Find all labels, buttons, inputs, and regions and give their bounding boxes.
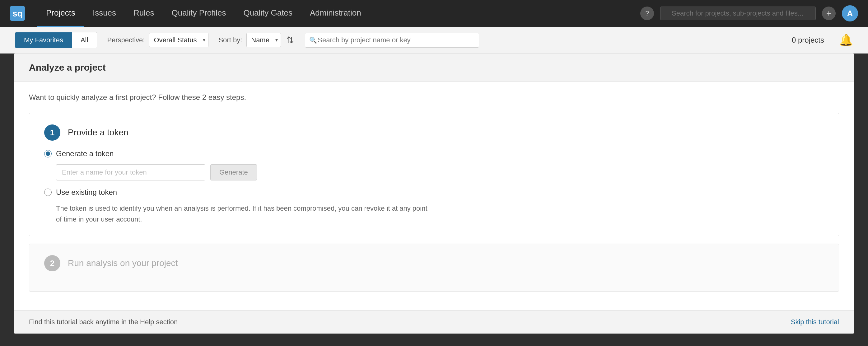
project-search-input[interactable] [305, 33, 479, 48]
subheader: My Favorites All Perspective: Overall St… [0, 27, 868, 54]
skip-tutorial-link[interactable]: Skip this tutorial [791, 318, 839, 326]
logo-area: sq [10, 6, 25, 21]
token-name-input[interactable] [56, 164, 205, 181]
project-search-icon: 🔍 [309, 36, 317, 44]
sort-select-wrap: Name ▾ [246, 33, 281, 47]
step1-title: Provide a token [68, 128, 128, 137]
modal-overlay: Analyze a project Want to quickly analyz… [0, 54, 868, 346]
perspective-select[interactable]: Overall Status [149, 33, 209, 47]
my-favorites-toggle[interactable]: My Favorites [15, 32, 72, 48]
view-toggle-group: My Favorites All [15, 32, 97, 48]
generate-token-radio[interactable] [44, 150, 52, 157]
step2-header: 2 Run analysis on your project [44, 255, 824, 271]
footer-help-text: Find this tutorial back anytime in the H… [29, 318, 178, 326]
modal-body: Want to quickly analyze a first project?… [14, 82, 854, 310]
analyze-project-modal: Analyze a project Want to quickly analyz… [14, 54, 854, 334]
nav-item-rules[interactable]: Rules [125, 0, 163, 27]
generate-button[interactable]: Generate [210, 164, 257, 181]
perspective-group: Perspective: Overall Status ▾ [107, 33, 209, 47]
step2-title: Run analysis on your project [68, 258, 178, 268]
global-search-wrap: 🔍 [660, 6, 816, 20]
token-input-row: Generate [56, 164, 824, 181]
nav-items: Projects Issues Rules Quality Profiles Q… [37, 0, 640, 27]
generate-token-option[interactable]: Generate a token [44, 149, 824, 158]
global-search-input[interactable] [660, 6, 816, 20]
modal-intro-text: Want to quickly analyze a first project?… [29, 93, 839, 102]
perspective-label: Perspective: [107, 36, 145, 44]
notification-icon: 🔔 [839, 34, 853, 47]
main-area: Analyze a project Want to quickly analyz… [0, 54, 868, 346]
projects-count: 0 projects [792, 36, 824, 44]
svg-text:sq: sq [12, 9, 23, 18]
generate-token-label: Generate a token [56, 149, 114, 158]
nav-item-quality-gates[interactable]: Quality Gates [235, 0, 301, 27]
existing-token-option[interactable]: Use existing token [44, 188, 824, 197]
nav-item-issues[interactable]: Issues [84, 0, 125, 27]
sort-select[interactable]: Name [246, 33, 281, 47]
step1-card: 1 Provide a token Generate a token Gener… [29, 113, 839, 236]
nav-right: ? 🔍 + A [640, 5, 858, 22]
top-navigation: sq Projects Issues Rules Quality Profile… [0, 0, 868, 27]
step1-header: 1 Provide a token [44, 124, 824, 140]
modal-title: Analyze a project [29, 62, 839, 73]
perspective-select-wrap: Overall Status ▾ [149, 33, 209, 47]
sonarqube-logo: sq [10, 6, 25, 21]
project-search-wrap: 🔍 [305, 33, 479, 48]
nav-item-quality-profiles[interactable]: Quality Profiles [163, 0, 235, 27]
modal-footer: Find this tutorial back anytime in the H… [14, 310, 854, 334]
add-button[interactable]: + [822, 6, 836, 20]
existing-token-label: Use existing token [56, 188, 117, 197]
modal-header: Analyze a project [14, 54, 854, 82]
step2-number: 2 [44, 255, 60, 271]
existing-token-radio[interactable] [44, 189, 52, 196]
all-toggle[interactable]: All [72, 32, 97, 48]
step2-card: 2 Run analysis on your project [29, 244, 839, 291]
sort-group: Sort by: Name ▾ ⇅ [218, 33, 295, 47]
user-avatar-button[interactable]: A [842, 5, 858, 22]
sort-by-label: Sort by: [218, 36, 242, 44]
step1-number: 1 [44, 124, 60, 140]
nav-item-administration[interactable]: Administration [301, 0, 370, 27]
nav-item-projects[interactable]: Projects [37, 0, 84, 27]
sort-order-button[interactable]: ⇅ [285, 34, 295, 46]
help-button[interactable]: ? [640, 6, 654, 20]
token-info-text: The token is used to identify you when a… [56, 203, 429, 225]
